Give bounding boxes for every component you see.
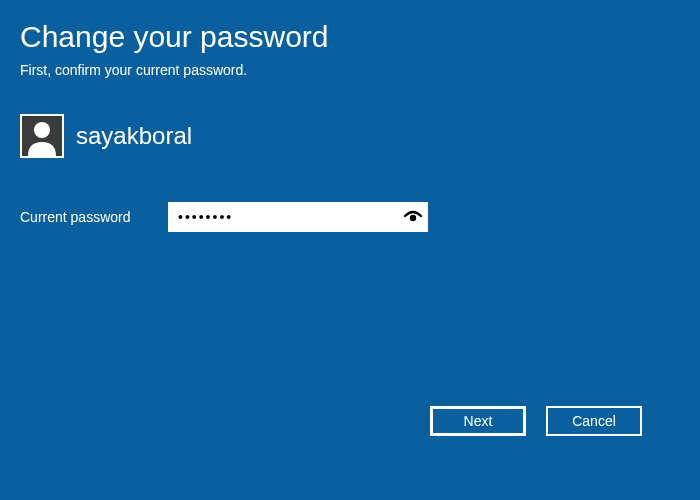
- avatar: [20, 114, 64, 158]
- username-label: sayakboral: [76, 122, 192, 150]
- current-password-row: Current password: [20, 202, 680, 232]
- action-buttons: Next Cancel: [430, 406, 642, 436]
- page-title: Change your password: [20, 20, 680, 54]
- current-password-input[interactable]: [168, 202, 398, 232]
- current-password-input-wrap: [168, 202, 428, 232]
- cancel-button[interactable]: Cancel: [546, 406, 642, 436]
- user-info: sayakboral: [20, 114, 680, 158]
- svg-point-2: [410, 215, 416, 221]
- user-avatar-icon: [22, 116, 62, 156]
- eye-icon: [403, 210, 423, 224]
- next-button[interactable]: Next: [430, 406, 526, 436]
- page-subtitle: First, confirm your current password.: [20, 62, 680, 78]
- current-password-label: Current password: [20, 209, 140, 225]
- password-reveal-button[interactable]: [398, 202, 428, 232]
- svg-point-1: [34, 122, 50, 138]
